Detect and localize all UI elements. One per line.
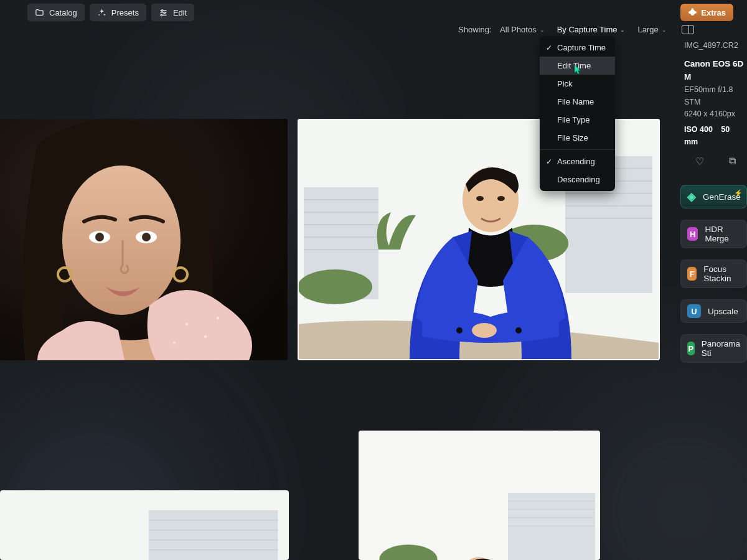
sort-label: By Capture Time	[557, 25, 618, 34]
folder-icon	[35, 8, 44, 17]
svg-point-15	[204, 335, 207, 338]
chevron-down-icon: ⌄	[662, 27, 667, 33]
eraser-icon: ◈	[687, 190, 696, 203]
dropdown-separator	[540, 149, 615, 150]
tool-hdr-merge[interactable]: H HDR Merge	[680, 220, 747, 248]
presets-button[interactable]: Presets	[90, 4, 146, 21]
sort-filter[interactable]: By Capture Time ⌄	[557, 25, 626, 34]
svg-point-35	[497, 196, 505, 201]
sort-option-edit-time[interactable]: Edit Time	[540, 57, 615, 75]
tool-panorama[interactable]: P Panorama Sti	[680, 334, 747, 363]
sort-dropdown: Capture Time Edit Time Pick File Name Fi…	[540, 36, 615, 191]
edit-button[interactable]: Edit	[151, 4, 194, 21]
sparkle-icon	[97, 8, 106, 17]
showing-value: All Photos	[500, 25, 537, 34]
puzzle-icon	[688, 7, 697, 18]
tool-upscale[interactable]: U Upscale	[680, 299, 747, 323]
sort-option-file-name[interactable]: File Name	[540, 93, 615, 111]
sort-option-file-type[interactable]: File Type	[540, 111, 615, 129]
svg-point-17	[173, 342, 176, 344]
svg-point-3	[161, 9, 163, 11]
svg-point-10	[95, 233, 104, 241]
tool-label: HDR Merge	[705, 225, 740, 243]
camera-model: Canon EOS 6D M	[684, 58, 747, 84]
showing-filter[interactable]: Showing: All Photos ⌄	[458, 25, 545, 34]
svg-point-14	[186, 323, 188, 325]
filename: IMG_4897.CR2	[684, 40, 747, 52]
svg-point-32	[298, 269, 372, 304]
tool-label: Upscale	[708, 307, 738, 316]
tool-generase[interactable]: ◈ GenErase ⚡	[680, 185, 747, 208]
svg-rect-47	[508, 493, 595, 560]
svg-point-36	[472, 323, 497, 338]
chevron-down-icon: ⌄	[540, 27, 545, 33]
size-filter[interactable]: Large ⌄	[637, 25, 666, 34]
tool-label: Focus Stackin	[703, 264, 740, 283]
extras-label: Extras	[701, 8, 726, 17]
lens-model: EF50mm f/1.8 STM	[684, 84, 747, 108]
tool-label: Panorama Sti	[702, 339, 740, 358]
svg-point-37	[456, 327, 463, 334]
top-toolbar: Catalog Presets Edit	[27, 4, 194, 21]
upscale-icon: U	[687, 304, 701, 318]
svg-point-5	[161, 14, 162, 16]
focus-icon: F	[687, 267, 697, 281]
photo-thumbnail[interactable]	[0, 119, 288, 360]
tools-list: ◈ GenErase ⚡ H HDR Merge F Focus Stackin…	[677, 185, 747, 363]
hdr-icon: H	[687, 227, 698, 241]
panorama-icon: P	[687, 342, 695, 355]
svg-point-38	[515, 327, 522, 334]
photo-thumbnail[interactable]	[0, 490, 289, 560]
svg-rect-40	[149, 510, 278, 560]
filter-bar: Showing: All Photos ⌄ By Capture Time ⌄ …	[458, 25, 694, 34]
right-info-panel: IMG_4897.CR2 Canon EOS 6D M EF50mm f/1.8…	[677, 36, 747, 560]
iso-value: ISO 400	[684, 125, 713, 134]
catalog-label: Catalog	[49, 8, 77, 17]
svg-point-11	[142, 233, 151, 241]
catalog-button[interactable]: Catalog	[27, 4, 85, 21]
sort-order-descending[interactable]: Descending	[540, 170, 615, 189]
sort-option-pick[interactable]: Pick	[540, 75, 615, 93]
chevron-down-icon: ⌄	[620, 27, 625, 33]
presets-label: Presets	[111, 8, 139, 17]
edit-label: Edit	[173, 8, 187, 17]
bolt-icon: ⚡	[734, 189, 743, 197]
photo-thumbnail[interactable]	[359, 431, 600, 560]
tool-focus-stacking[interactable]: F Focus Stackin	[680, 259, 747, 288]
extras-button[interactable]: Extras	[680, 4, 733, 21]
image-metadata: IMG_4897.CR2 Canon EOS 6D M EF50mm f/1.8…	[677, 36, 747, 148]
sliders-icon	[159, 8, 168, 17]
sort-option-file-size[interactable]: File Size	[540, 129, 615, 147]
copy-icon[interactable]: ⧉	[729, 156, 736, 167]
sort-order-ascending[interactable]: Ascending	[540, 152, 615, 170]
image-dimensions: 6240 x 4160px	[684, 108, 747, 120]
svg-point-34	[476, 196, 484, 201]
favorite-icon[interactable]: ♡	[695, 156, 704, 167]
svg-point-16	[217, 317, 219, 319]
svg-point-4	[164, 12, 166, 14]
showing-label: Showing:	[458, 25, 491, 34]
sort-option-capture-time[interactable]: Capture Time	[540, 39, 615, 57]
size-label: Large	[637, 25, 658, 34]
panel-layout-toggle[interactable]	[682, 25, 694, 34]
exposure-info: ISO 400 50 mm	[684, 124, 747, 148]
